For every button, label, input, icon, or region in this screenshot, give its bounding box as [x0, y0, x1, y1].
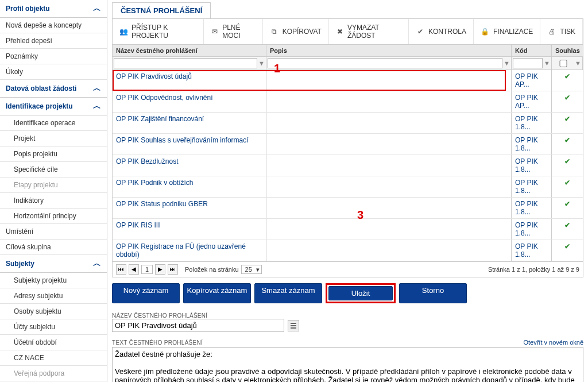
sidebar-item-adresy[interactable]: Adresy subjektu [0, 288, 107, 304]
chevron-up-icon: ︿ [93, 101, 101, 111]
filter-name-input[interactable] [114, 58, 257, 68]
table-row[interactable]: OP PIK Status podniku GBER OP PIK 1.8...… [113, 198, 583, 219]
sidebar-item-ucetni-obdobi[interactable]: Účetní období [0, 335, 107, 350]
delete-record-button[interactable]: Smazat záznam [254, 283, 322, 303]
detail-button[interactable] [288, 320, 299, 331]
declaration-name-input[interactable] [112, 319, 284, 332]
cell-kod: OP PIK 1.8... [512, 198, 552, 218]
new-record-button[interactable]: Nový záznam [112, 283, 180, 303]
cell-kod: OP PIK AP... [512, 70, 552, 91]
toolbar-powers[interactable]: ✉PLNÉ MOCI [204, 19, 262, 44]
table-row[interactable]: OP PIK Podnik v obtížích OP PIK 1.8... ✔ [113, 176, 583, 198]
toolbar-print[interactable]: 🖨TISK [540, 19, 583, 44]
sidebar-item-indikatory[interactable]: Indikátory [0, 193, 107, 209]
table-row[interactable]: OP PIK Zajištění financování OP PIK 1.8.… [113, 113, 583, 134]
field-label-text: TEXT ČESTNÉHO PROHLÁŠENÍ [112, 339, 203, 346]
table-row[interactable]: OP PIK Souhlas s uveřejňováním informací… [113, 134, 583, 155]
pager-page-number[interactable]: 1 [141, 265, 153, 274]
cell-souhlas: ✔ [552, 70, 583, 91]
sidebar-item-osoby[interactable]: Osoby subjektu [0, 304, 107, 319]
toolbar-label: VYMAZAT ŽÁDOST [347, 24, 401, 40]
sidebar-item-poznamky[interactable]: Poznámky [0, 49, 107, 64]
cell-souhlas: ✔ [552, 134, 583, 155]
main-content: ČESTNÁ PROHLÁŠENÍ 👥PŘÍSTUP K PROJEKTU ✉P… [107, 0, 588, 382]
col-header-popis[interactable]: Popis [266, 45, 512, 56]
sidebar-section-label: Subjekty [6, 260, 34, 268]
sidebar-section-profil[interactable]: Profil objektu ︿ [0, 0, 107, 18]
sidebar-section-datova[interactable]: Datová oblast žádosti ︿ [0, 80, 107, 98]
chevron-up-icon: ︿ [93, 3, 101, 14]
sidebar-item-subjekty-projektu[interactable]: Subjekty projektu [0, 273, 107, 288]
table-row[interactable]: OP PIK Pravdivost údajů OP PIK AP... ✔ [113, 70, 583, 91]
filter-kod-input[interactable] [513, 58, 543, 68]
sidebar-item-etapy[interactable]: Etapy projektu [0, 178, 107, 193]
col-header-name[interactable]: Název čestného prohlášení [113, 45, 266, 56]
declarations-grid: Název čestného prohlášení Popis Kód Souh… [112, 45, 583, 262]
toolbar-access[interactable]: 👥PŘÍSTUP K PROJEKTU [113, 19, 204, 44]
chevron-up-icon: ︿ [93, 258, 101, 269]
pager-first[interactable]: ⏮ [116, 264, 126, 275]
highlight-save: Uložit [326, 283, 396, 303]
cell-name: OP PIK Odpovědnost, ovlivnění [113, 91, 266, 112]
pager-last[interactable]: ⏭ [168, 264, 178, 275]
sidebar-section-label: Profil objektu [6, 5, 50, 13]
col-header-souhlas[interactable]: Souhlas [552, 45, 583, 56]
filter-icon[interactable]: ▼ [504, 60, 510, 67]
table-row[interactable]: OP PIK Odpovědnost, ovlivnění OP PIK AP.… [113, 91, 583, 113]
sidebar-section-label: Datová oblast žádosti [6, 84, 76, 92]
filter-souhlas-checkbox[interactable] [553, 60, 574, 67]
pager-perpage-label: Položek na stránku [185, 266, 239, 273]
toolbar-label: PLNÉ MOCI [222, 24, 256, 40]
sidebar-item-ukoly[interactable]: Úkoly [0, 64, 107, 80]
tab-cestna-prohlaseni[interactable]: ČESTNÁ PROHLÁŠENÍ [112, 2, 211, 18]
sidebar-item-umisteni[interactable]: Umístění [0, 224, 107, 240]
toolbar-copy[interactable]: ⧉KOPÍROVAT [263, 19, 329, 44]
pager-bar: ⏮ ◀ 1 ▶ ⏭ Položek na stránku 25 ▾ Stránk… [112, 262, 583, 277]
sidebar-item-nova-depese[interactable]: Nová depeše a koncepty [0, 18, 107, 33]
filter-icon[interactable]: ▼ [575, 60, 581, 67]
sidebar-section-label: Identifikace projektu [6, 102, 73, 110]
cell-kod: OP PIK AP... [512, 91, 552, 112]
pager-perpage-select[interactable]: 25 ▾ [241, 265, 262, 274]
pager-prev[interactable]: ◀ [129, 264, 139, 275]
sidebar-item-horizontalni[interactable]: Horizontální principy [0, 209, 107, 224]
cancel-button[interactable]: Storno [399, 283, 467, 303]
toolbar-label: KOPÍROVAT [283, 28, 322, 36]
sidebar-item-cilova-skupina[interactable]: Cílová skupina [0, 240, 107, 255]
sidebar-item-popis-projektu[interactable]: Popis projektu [0, 146, 107, 162]
cell-souhlas: ✔ [552, 155, 583, 176]
copy-icon: ⧉ [270, 27, 279, 36]
open-new-window-link[interactable]: Otevřít v novém okně [523, 339, 583, 346]
cell-name: OP PIK Status podniku GBER [113, 198, 266, 218]
sidebar-item-specificke-cile[interactable]: Specifické cíle [0, 162, 107, 178]
toolbar-delete[interactable]: ✖VYMAZAT ŽÁDOST [329, 19, 409, 44]
sidebar-section-subjekty[interactable]: Subjekty ︿ [0, 255, 107, 273]
pager-next[interactable]: ▶ [155, 264, 165, 275]
filter-icon[interactable]: ▼ [544, 60, 550, 67]
cell-souhlas: ✔ [552, 113, 583, 133]
save-button[interactable]: Uložit [328, 286, 393, 300]
declaration-text-area[interactable] [112, 347, 583, 382]
sidebar-item-verejna-podpora[interactable]: Veřejná podpora [0, 366, 107, 381]
sidebar-item-cznace[interactable]: CZ NACE [0, 350, 107, 366]
filter-icon[interactable]: ▼ [258, 60, 265, 67]
sidebar-item-ucty[interactable]: Účty subjektu [0, 319, 107, 335]
col-header-kod[interactable]: Kód [512, 45, 552, 56]
table-row[interactable]: OP PIK RIS III OP PIK 1.8... ✔ [113, 219, 583, 240]
sidebar-item-projekt[interactable]: Projekt [0, 131, 107, 146]
toolbar-finalize[interactable]: 🔒FINALIZACE [474, 19, 540, 44]
cell-popis [266, 113, 512, 133]
cell-name: OP PIK Podnik v obtížích [113, 176, 266, 197]
form-area: NÁZEV ČESTNÉHO PROHLÁŠENÍ TEXT ČESTNÉHO … [112, 309, 583, 382]
sidebar-item-prehled-depesi[interactable]: Přehled depeší [0, 33, 107, 49]
table-row[interactable]: OP PIK Registrace na FÚ (jedno uzavřené … [113, 240, 583, 261]
toolbar-check[interactable]: ✔KONTROLA [409, 19, 474, 44]
delete-icon: ✖ [336, 27, 344, 36]
sidebar-item-identifikace-operace[interactable]: Identifikace operace [0, 115, 107, 131]
copy-record-button[interactable]: Kopírovat záznam [183, 283, 251, 303]
toolbar: 👥PŘÍSTUP K PROJEKTU ✉PLNÉ MOCI ⧉KOPÍROVA… [112, 19, 583, 45]
sidebar-section-identifikace[interactable]: Identifikace projektu ︿ [0, 98, 107, 115]
annotation-1: 1 [274, 62, 280, 75]
filter-popis-input[interactable] [268, 58, 502, 68]
table-row[interactable]: OP PIK Bezdlužnost OP PIK 1.8... ✔ [113, 155, 583, 176]
